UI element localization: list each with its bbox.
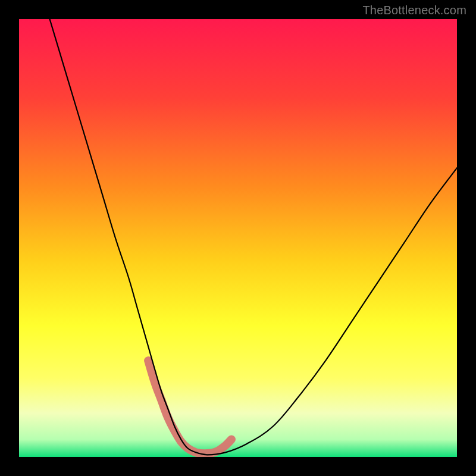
- watermark-text: TheBottleneck.com: [362, 4, 466, 17]
- bottleneck-chart: [19, 19, 457, 457]
- chart-frame: TheBottleneck.com: [0, 0, 476, 476]
- plot-area: [19, 19, 457, 457]
- gradient-background: [19, 19, 457, 457]
